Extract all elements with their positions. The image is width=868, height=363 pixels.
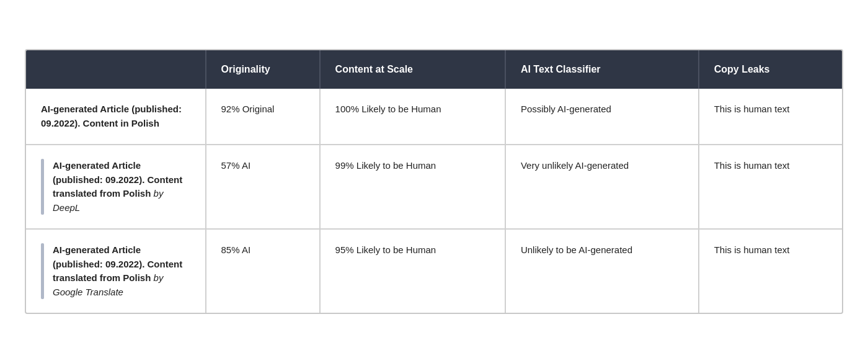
- row-2-ai-text-classifier: Very unlikely AI-generated: [505, 145, 699, 229]
- header-copy-leaks: Copy Leaks: [699, 50, 842, 89]
- table-row: AI-generated Article (published: 09.2022…: [26, 89, 842, 145]
- row-2-bar-container: AI-generated Article (published: 09.2022…: [41, 159, 190, 215]
- header-originality: Originality: [206, 50, 320, 89]
- row-1-label-bold: AI-generated Article (published: 09.2022…: [41, 104, 182, 128]
- row-3-bar-container: AI-generated Article (published: 09.2022…: [41, 243, 190, 299]
- row-1-copy-leaks: This is human text: [699, 89, 842, 145]
- row-3-label-cell: AI-generated Article (published: 09.2022…: [26, 229, 206, 313]
- row-2-left-bar: [41, 159, 44, 215]
- row-3-ai-text-classifier: Unlikely to be AI-generated: [505, 229, 699, 313]
- table-row: AI-generated Article (published: 09.2022…: [26, 145, 842, 229]
- row-2-originality: 57% AI: [206, 145, 320, 229]
- row-1-ai-text-classifier: Possibly AI-generated: [505, 89, 699, 145]
- row-1-originality: 92% Original: [206, 89, 320, 145]
- row-3-content-at-scale: 95% Likely to be Human: [320, 229, 505, 313]
- row-3-label-bold: AI-generated Article (published: 09.2022…: [53, 244, 182, 297]
- row-3-label-content: AI-generated Article (published: 09.2022…: [53, 243, 190, 299]
- row-3-copy-leaks: This is human text: [699, 229, 842, 313]
- header-label: [26, 50, 206, 89]
- row-3-originality: 85% AI: [206, 229, 320, 313]
- row-2-label-cell: AI-generated Article (published: 09.2022…: [26, 145, 206, 229]
- row-1-content-at-scale: 100% Likely to be Human: [320, 89, 505, 145]
- row-2-label-content: AI-generated Article (published: 09.2022…: [53, 159, 190, 215]
- row-2-copy-leaks: This is human text: [699, 145, 842, 229]
- table-row: AI-generated Article (published: 09.2022…: [26, 229, 842, 313]
- row-1-label-cell: AI-generated Article (published: 09.2022…: [26, 89, 206, 145]
- comparison-table: Originality Content at Scale AI Text Cla…: [25, 49, 843, 314]
- row-3-left-bar: [41, 243, 44, 299]
- header-ai-text-classifier: AI Text Classifier: [505, 50, 699, 89]
- row-2-label-bold: AI-generated Article (published: 09.2022…: [53, 160, 182, 213]
- row-2-content-at-scale: 99% Likely to be Human: [320, 145, 505, 229]
- header-content-at-scale: Content at Scale: [320, 50, 505, 89]
- table-header-row: Originality Content at Scale AI Text Cla…: [26, 50, 842, 89]
